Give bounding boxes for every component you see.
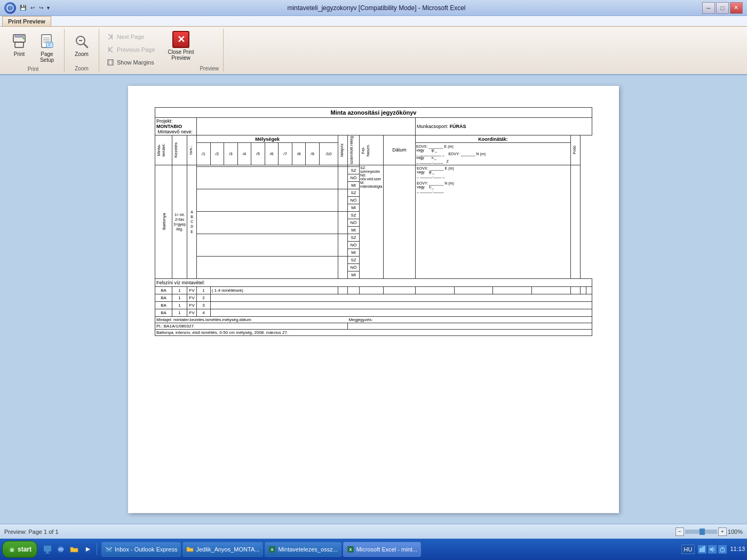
ie-quick-btn[interactable]	[55, 543, 67, 555]
mintavevo-label: Mintavevő neve:	[158, 129, 193, 134]
taskbar-right: HU 11:13	[681, 545, 745, 554]
taskbar-item-jedlik[interactable]: Jedlik_Anyos_MONTA...	[182, 542, 263, 557]
zoom-in-button[interactable]: +	[718, 527, 727, 536]
start-label: start	[18, 546, 31, 553]
depth-2: /2	[210, 143, 224, 165]
svg-rect-34	[700, 548, 701, 552]
svg-text:X: X	[271, 547, 274, 552]
depth-10: /10	[319, 143, 338, 165]
maximize-button[interactable]: □	[716, 2, 729, 14]
ribbon-group-zoom: Zoom Zoom	[67, 29, 99, 71]
pl-label: Pl.: BA1A/1/080327	[156, 324, 194, 329]
zoom-icon	[73, 33, 90, 50]
kezeles-header: Kezelés	[173, 142, 178, 157]
mediaplayer-quick-btn[interactable]	[82, 543, 93, 555]
zoom-out-button[interactable]: −	[676, 527, 684, 536]
svg-rect-23	[44, 546, 51, 551]
show-desktop-btn[interactable]	[42, 543, 53, 555]
preview-page: Minta azonosítási jegyzőkönyv Projekt: M…	[128, 86, 619, 513]
window-controls: ─ □ ✕	[702, 2, 743, 14]
zoom-buttons: Zoom	[69, 29, 94, 65]
print-button[interactable]: Print	[6, 31, 32, 59]
close-print-preview-button[interactable]: ✕ Close Print Preview	[164, 29, 198, 63]
start-button[interactable]: ⊞ start	[2, 541, 37, 558]
titlebar: 💾 ↩ ↪ ▼ mintaveteli_jegyzokonyv [Compati…	[0, 0, 747, 16]
print-btn-label: Print	[14, 51, 25, 57]
minimize-button[interactable]: ─	[702, 2, 715, 14]
felhaszn-header: Fel-haszn.	[361, 144, 370, 157]
app-orb	[4, 2, 16, 14]
print-buttons: Print	[6, 29, 60, 65]
depth-5: /5	[251, 143, 265, 165]
datum-header: Dátum	[384, 135, 416, 165]
taskbar: ⊞ start Inbox - Outlook Express Jedlik_A…	[0, 539, 747, 560]
main-preview-area: Minta azonosítási jegyzőkönyv Projekt: M…	[0, 75, 747, 524]
koordinatak-header: Koordináták:	[416, 135, 571, 143]
language-indicator: HU	[681, 545, 695, 554]
mintajel-row: Mintajel: mintater.kezelés.ismétlés.mély…	[155, 316, 592, 323]
tab-print-preview[interactable]: Print Preview	[2, 16, 51, 26]
example-row: Battonya, intenzív, első ismétlés, 0-50 …	[155, 329, 592, 335]
taskbar-item-mintavetelezes[interactable]: X Mintavetelezes_ossz...	[265, 542, 341, 557]
svg-rect-3	[15, 35, 23, 37]
zoom-slider[interactable]	[685, 530, 717, 534]
depth-7: /7	[279, 143, 292, 165]
svg-rect-25	[45, 553, 50, 554]
taskbar-label-mintavetelezes: Mintavetelezes_ossz...	[278, 546, 337, 553]
table-row: BA 1 FV 3	[155, 301, 592, 309]
clock: 11:13	[730, 546, 745, 553]
table-row: BA 1 FV 2	[155, 294, 592, 301]
melysegek-header: Mélységek	[197, 135, 338, 143]
show-margins-button[interactable]: Show Margins	[104, 57, 158, 68]
taskbar-item-excel-active[interactable]: X Microsoft Excel - mint...	[343, 542, 421, 557]
ribbon: Print Preview Print	[0, 16, 747, 75]
next-page-button[interactable]: Next Page	[104, 31, 158, 43]
quick-access-bar: 💾 ↩ ↪ ▼	[18, 4, 51, 11]
ribbon-tabs: Print Preview	[0, 16, 747, 26]
column-headers-row: Minta-terület: Kezelés ism.: Mélységek t…	[155, 135, 592, 143]
page-setup-button[interactable]: Page Setup	[34, 31, 60, 65]
battonya-cell: Battonya	[155, 165, 172, 278]
statusbar: Preview: Page 1 of 1 − + 100%	[0, 524, 747, 539]
page-setup-icon	[38, 33, 55, 50]
pl-row: Pl.: BA1A/1/080327	[155, 323, 592, 329]
ribbon-group-preview: Next Page Previous Page Show Margins	[101, 29, 224, 71]
svg-point-4	[23, 38, 25, 39]
show-margins-icon	[106, 58, 115, 67]
taskbar-label-outlook: Inbox - Outlook Express	[115, 546, 177, 553]
taskbar-item-outlook[interactable]: Inbox - Outlook Express	[101, 542, 181, 557]
projekt-label: Projekt:	[156, 118, 173, 124]
excel-icon-active: X	[347, 546, 354, 553]
print-icon	[11, 33, 28, 50]
zoom-btn-label: Zoom	[75, 51, 89, 57]
depth-6: /6	[265, 143, 279, 165]
svg-rect-24	[46, 551, 49, 553]
munkacsoport-label: Munkacsoport:	[417, 124, 448, 129]
quick-bar-arrow[interactable]: ▼	[46, 5, 51, 11]
folder-icon	[186, 546, 194, 553]
window-title: mintaveteli_jegyzokonyv [Compatibility M…	[287, 4, 465, 12]
preview-status: Preview: Page 1 of 1	[4, 529, 59, 535]
szamitott-reteg-header: számított réteg	[349, 136, 354, 164]
svg-rect-18	[108, 60, 113, 65]
quick-launch-bar	[42, 543, 97, 555]
redo-quick-btn[interactable]: ↪	[37, 4, 45, 11]
svg-text:X: X	[349, 547, 352, 552]
foto-header: Fotó	[572, 146, 577, 154]
depth-9: /9	[306, 143, 320, 165]
prev-page-button[interactable]: Previous Page	[104, 44, 158, 55]
folder-quick-btn[interactable]	[68, 543, 80, 555]
megjegyzes-label: Megjegyzés:	[349, 317, 373, 322]
talajtiz-header: talajvíz	[339, 143, 344, 157]
depth-4: /4	[237, 143, 251, 165]
zoom-button[interactable]: Zoom	[69, 31, 94, 59]
print-group-label: Print	[28, 65, 39, 72]
depth-3: /3	[224, 143, 238, 165]
minta-terület-header: Minta-terület:	[156, 143, 166, 156]
mintajel-label: Mintajel: mintater.kezelés.ismétlés.mély…	[156, 317, 251, 322]
undo-quick-btn[interactable]: ↩	[29, 4, 36, 11]
close-button[interactable]: ✕	[730, 2, 743, 14]
power-icon	[718, 545, 727, 554]
page-setup-btn-label: Page Setup	[36, 51, 58, 63]
save-quick-btn[interactable]: 💾	[18, 4, 28, 11]
